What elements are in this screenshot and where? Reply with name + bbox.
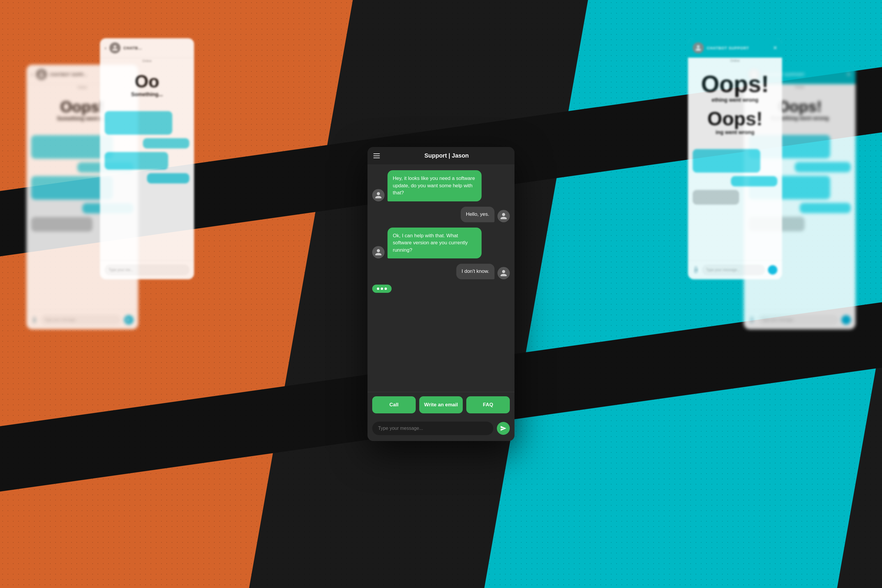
hamburger-button[interactable] <box>374 153 380 158</box>
bot-avatar-far-left <box>36 69 47 80</box>
main-chat-header: Support | Jason <box>368 147 514 164</box>
bubble-mr2 <box>731 176 777 186</box>
message-row-user-2: I don't know. <box>372 264 510 279</box>
input-placeholder-far-right: Type your message... <box>758 315 838 325</box>
bubble-bot-2: Ok, I can help with that. What software … <box>387 228 482 259</box>
panel-header-mid-left: ‹ CHATB... <box>100 38 194 58</box>
oops-title-mid-right: Oops! <box>694 72 776 96</box>
attach-icon-mid-right: 📎 <box>691 265 700 274</box>
message-row-bot-2: Ok, I can help with that. What software … <box>372 228 510 259</box>
faq-button[interactable]: FAQ <box>466 396 510 413</box>
online-status-mid-left: Online <box>100 58 194 64</box>
bubble-m2 <box>143 138 189 148</box>
bubble-m3 <box>105 152 168 170</box>
bubble-m4 <box>147 173 189 183</box>
oops-subtitle-mid-right: ething went wrong <box>694 97 776 103</box>
back-icon: ‹ <box>31 72 33 78</box>
typing-dot-3 <box>384 288 387 290</box>
chat-title: Support | Jason <box>384 152 508 159</box>
input-placeholder-mid-left: Type your me... <box>105 265 189 275</box>
input-area-far-left: 📎 Type your message... <box>27 310 138 329</box>
oops-subtitle-2-mid-right: ing went wrong <box>694 129 776 135</box>
oops-title-2-mid-right: Oops! <box>694 109 776 128</box>
side-messages-mid-right <box>688 144 782 209</box>
bubble-user-2: I don't know. <box>456 264 495 279</box>
quick-actions-bar: Call Write an email FAQ <box>368 392 514 417</box>
main-input-area <box>368 417 514 441</box>
bubble-mr1 <box>693 149 760 172</box>
bubble-bot-1: Hey, it looks like you need a software u… <box>387 170 482 201</box>
back-icon-mid-left: ‹ <box>105 45 106 51</box>
attach-icon-far-right: 📎 <box>747 315 756 324</box>
send-btn-far-left <box>124 315 134 325</box>
bot-avatar-mid-right <box>693 42 704 54</box>
user-avatar-msg2 <box>498 267 510 279</box>
oops-content-mid-right: Oops! ething went wrong <box>688 63 782 109</box>
bot-avatar-mid-left <box>110 42 120 54</box>
bot-avatar-msg2 <box>372 246 384 258</box>
input-area-mid-left: Type your me... <box>100 260 194 279</box>
message-input[interactable] <box>372 422 494 435</box>
send-btn-far-right <box>842 315 851 325</box>
close-icon-far-right[interactable]: ✕ <box>846 71 851 78</box>
main-chat-window: Support | Jason Hey, it looks like you n… <box>368 147 514 441</box>
messages-area[interactable]: Hey, it looks like you need a software u… <box>368 164 514 392</box>
bubble-5 <box>31 217 93 232</box>
typing-dot-2 <box>381 288 383 290</box>
send-icon <box>500 425 507 432</box>
close-icon-mid-right[interactable]: ✕ <box>773 45 777 51</box>
call-button[interactable]: Call <box>372 396 416 413</box>
chatbot-title-mid-right: CHATBOT SUPPORT <box>707 46 770 50</box>
input-placeholder-mid-right: Type your message... <box>702 265 765 275</box>
email-button[interactable]: Write an email <box>419 396 463 413</box>
input-area-mid-right: 📎 Type your message... <box>688 260 782 279</box>
hamburger-line-3 <box>374 158 380 158</box>
panel-header-mid-right: CHATBOT SUPPORT ✕ <box>688 38 782 58</box>
online-status-mid-right: Online <box>688 58 782 63</box>
typing-indicator <box>372 285 392 293</box>
input-placeholder-far-left: Type your message... <box>40 315 121 325</box>
bubble-m1 <box>105 111 172 135</box>
chatbot-title-mid-left: CHATB... <box>123 46 189 50</box>
side-messages-mid-left <box>100 106 194 188</box>
bot-avatar-msg1 <box>372 189 384 201</box>
oops-title-mid-left: Oo <box>106 73 188 90</box>
message-row-user-1: Hello, yes. <box>372 207 510 222</box>
user-avatar-msg1 <box>498 210 510 222</box>
typing-row <box>372 285 510 293</box>
bubble-r4 <box>800 203 851 213</box>
bubble-mr3 <box>693 190 739 205</box>
oops-subtitle-mid-left: Something... <box>106 92 188 98</box>
bubble-r2 <box>795 162 851 172</box>
send-button[interactable] <box>497 422 510 435</box>
send-btn-mid-right <box>768 265 777 274</box>
side-panel-mid-left: ‹ CHATB... Online Oo Something... Type y… <box>100 38 194 279</box>
typing-dot-1 <box>377 288 379 290</box>
message-row-bot-1: Hey, it looks like you need a software u… <box>372 170 510 201</box>
bubble-user-1: Hello, yes. <box>461 207 495 222</box>
input-area-far-right: 📎 Type your message... <box>744 310 855 329</box>
hamburger-line-2 <box>374 156 380 156</box>
side-panel-mid-right: CHATBOT SUPPORT ✕ Online Oops! ething we… <box>688 38 782 279</box>
hamburger-line-1 <box>374 153 380 154</box>
oops-content-mid-left: Oo Something... <box>100 64 194 104</box>
oops-content-2-mid-right: Oops! ing went wrong <box>688 109 782 141</box>
attach-icon-far-left: 📎 <box>30 315 39 324</box>
